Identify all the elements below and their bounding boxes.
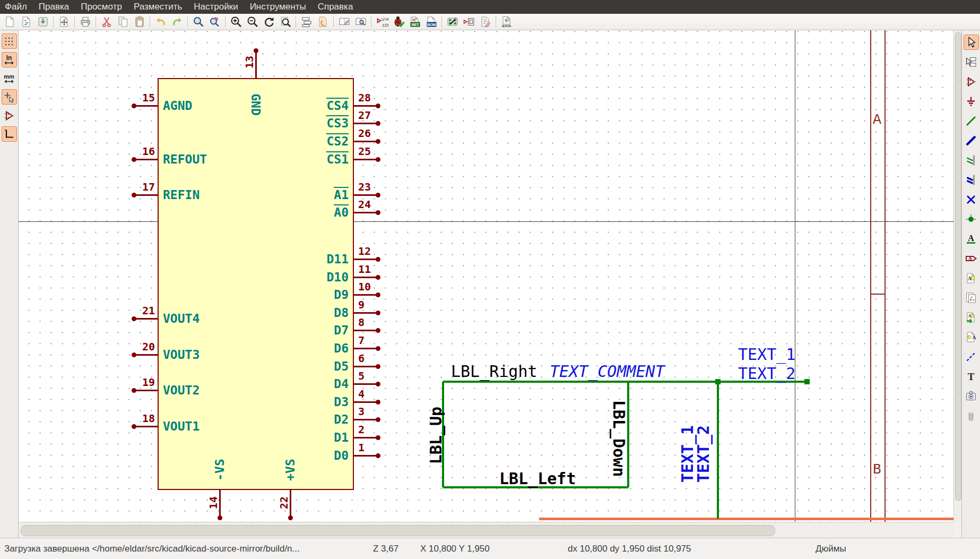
pin-line[interactable] bbox=[134, 354, 158, 356]
pin-line[interactable] bbox=[354, 159, 378, 160]
pin-line[interactable] bbox=[354, 141, 378, 142]
grid-toggle-button[interactable] bbox=[2, 33, 17, 49]
vertical-scrollbar[interactable] bbox=[953, 30, 961, 522]
redraw-button[interactable] bbox=[261, 14, 276, 29]
library-browser-button[interactable] bbox=[353, 14, 368, 29]
footprint-editor-button[interactable] bbox=[445, 14, 460, 29]
place-text-button[interactable]: T bbox=[964, 368, 979, 384]
zoom-fit-button[interactable] bbox=[277, 14, 293, 29]
pin-line[interactable] bbox=[354, 419, 378, 420]
place-label-button[interactable]: A bbox=[964, 231, 979, 246]
sheet-settings-button[interactable] bbox=[56, 14, 72, 29]
pin-line[interactable] bbox=[354, 312, 378, 314]
print-button[interactable] bbox=[77, 14, 93, 29]
pin-line[interactable] bbox=[354, 455, 378, 457]
label-lbl-left[interactable]: LBL_Left bbox=[499, 470, 576, 487]
import-sheet-pin-button[interactable]: A bbox=[964, 309, 979, 325]
open-icon bbox=[20, 15, 33, 28]
text-comment[interactable]: TEXT_COMMENT bbox=[550, 363, 665, 380]
open-file-button[interactable] bbox=[19, 14, 34, 29]
assign-footprints-button[interactable] bbox=[461, 14, 476, 29]
pin-line[interactable] bbox=[134, 318, 158, 320]
pin-line[interactable] bbox=[134, 194, 158, 196]
place-noconnect-button[interactable] bbox=[964, 192, 979, 207]
place-bus-button[interactable] bbox=[964, 133, 979, 148]
delete-button[interactable] bbox=[964, 408, 979, 423]
menu-4[interactable]: Настройки bbox=[188, 0, 244, 14]
pin-line[interactable] bbox=[354, 212, 378, 213]
schematic-canvas[interactable]: AB15AGND16REFOUT17REFIN21VOUT420VOUT319V… bbox=[19, 30, 953, 522]
cut-button[interactable] bbox=[99, 14, 114, 29]
vertical-scrollbar-thumb[interactable] bbox=[955, 32, 961, 501]
place-wire-button[interactable] bbox=[964, 113, 979, 128]
menu-0[interactable]: Файл bbox=[0, 0, 33, 14]
copy-button[interactable] bbox=[115, 14, 131, 29]
pin-name: D9 bbox=[242, 287, 349, 303]
paste-button[interactable] bbox=[132, 14, 147, 29]
units-inch-button[interactable]: In bbox=[2, 52, 17, 67]
pin-line[interactable] bbox=[354, 348, 378, 349]
place-component-button[interactable] bbox=[964, 74, 979, 89]
hierarchy-select-button[interactable] bbox=[964, 54, 979, 70]
run-pcbnew-button[interactable] bbox=[478, 14, 493, 29]
text-1-horizontal[interactable]: TEXT_1 bbox=[738, 346, 795, 363]
hierarchy-navigator-button[interactable] bbox=[299, 14, 314, 29]
menu-2[interactable]: Просмотр bbox=[75, 0, 128, 14]
place-graphic-line-button[interactable] bbox=[964, 349, 979, 364]
horizontal-scrollbar[interactable] bbox=[19, 522, 953, 538]
find-button[interactable] bbox=[190, 14, 206, 29]
place-image-button[interactable] bbox=[964, 388, 979, 403]
new-file-button[interactable] bbox=[2, 14, 18, 29]
pin-line[interactable] bbox=[354, 105, 378, 107]
bom-button[interactable]: BOM bbox=[423, 14, 439, 29]
netlist-button[interactable]: NET bbox=[407, 14, 422, 29]
pin-line[interactable] bbox=[354, 277, 378, 278]
place-power-button[interactable] bbox=[964, 93, 979, 109]
pin-line[interactable] bbox=[354, 294, 378, 296]
menu-3[interactable]: Разместить bbox=[128, 0, 188, 14]
pin-line[interactable] bbox=[354, 194, 378, 196]
units-mm-button[interactable]: mm bbox=[2, 71, 17, 86]
pin-line[interactable] bbox=[354, 383, 378, 385]
label-lbl-right[interactable]: LBL_Right bbox=[451, 363, 537, 380]
annotate-button[interactable]: U?A123 bbox=[374, 14, 389, 29]
pin-line[interactable] bbox=[354, 366, 378, 367]
pin-line[interactable] bbox=[354, 330, 378, 331]
place-hierarchical-label-button[interactable]: A bbox=[964, 270, 979, 286]
place-bus-entry-button[interactable] bbox=[964, 172, 979, 187]
libedit-icon bbox=[338, 15, 351, 28]
erc-button[interactable] bbox=[391, 14, 406, 29]
menu-5[interactable]: Инструменты bbox=[244, 0, 312, 14]
leave-sheet-button[interactable] bbox=[315, 14, 331, 29]
redo-button[interactable] bbox=[169, 14, 185, 29]
zoom-in-button[interactable] bbox=[228, 14, 244, 29]
crosshair-cursor-button[interactable] bbox=[2, 89, 17, 105]
place-global-label-button[interactable]: A bbox=[964, 251, 979, 266]
zoom-out-button[interactable] bbox=[245, 14, 260, 29]
pin-line[interactable] bbox=[134, 105, 158, 107]
ortho-wires-button[interactable] bbox=[2, 126, 17, 142]
text-2-horizontal[interactable]: TEXT_2 bbox=[738, 365, 795, 382]
pin-line[interactable] bbox=[354, 259, 378, 260]
horizontal-scrollbar-thumb[interactable] bbox=[21, 525, 775, 536]
pin-line[interactable] bbox=[134, 426, 158, 427]
undo-button[interactable] bbox=[153, 14, 168, 29]
place-junction-button[interactable] bbox=[964, 211, 979, 227]
menu-6[interactable]: Справка bbox=[312, 0, 359, 14]
pin-line[interactable] bbox=[354, 437, 378, 438]
pin-line[interactable] bbox=[354, 401, 378, 403]
find-replace-button[interactable] bbox=[207, 14, 222, 29]
pin-line[interactable] bbox=[354, 123, 378, 124]
wire[interactable] bbox=[717, 382, 719, 519]
menu-1[interactable]: Правка bbox=[33, 0, 75, 14]
place-sheet-button[interactable] bbox=[964, 290, 979, 305]
save-button[interactable] bbox=[35, 14, 50, 29]
place-wire-entry-button[interactable] bbox=[964, 152, 979, 168]
cursor-button[interactable] bbox=[964, 35, 979, 50]
place-sheet-pin-button[interactable]: A bbox=[964, 329, 979, 345]
library-editor-button[interactable] bbox=[336, 14, 352, 29]
pin-line[interactable] bbox=[134, 390, 158, 391]
hidden-pins-button[interactable] bbox=[2, 108, 17, 123]
back-annotate-button[interactable]: BACK bbox=[499, 14, 514, 29]
pin-line[interactable] bbox=[134, 159, 158, 160]
